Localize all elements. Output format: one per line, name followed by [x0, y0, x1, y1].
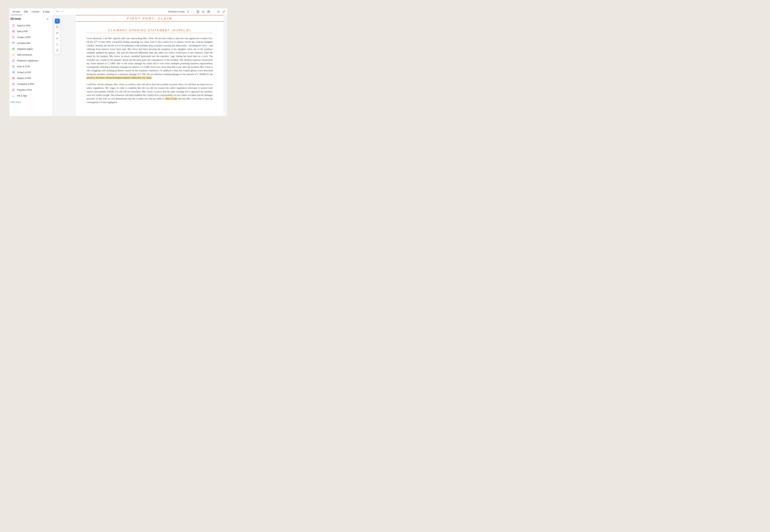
doc-paragraph-1: Good afternoon, I am Mrs. Spector and I …	[87, 36, 213, 79]
tool-icon	[12, 42, 15, 45]
divider	[53, 10, 54, 13]
menu-label: Convert	[32, 10, 39, 13]
find-label[interactable]: Find text or tools	[168, 10, 185, 13]
tool-icon	[12, 65, 15, 68]
link-icon	[222, 10, 225, 13]
top-toolbar: All tools Edit Convert E-Sign Find text …	[9, 8, 227, 15]
tool-label: Compress a PDF	[17, 83, 34, 85]
print-button[interactable]	[206, 10, 211, 14]
print-icon	[207, 10, 210, 13]
ai-button[interactable]	[216, 10, 221, 14]
quick-tools-bar[interactable]	[54, 16, 60, 54]
tool-icon	[12, 83, 15, 86]
drag-grip[interactable]	[56, 17, 59, 17]
view-more-link[interactable]: View more	[9, 99, 52, 105]
sidebar-title: All tools	[10, 17, 21, 20]
tool-icon	[12, 53, 15, 56]
tool-icon	[12, 47, 15, 50]
sign-tool[interactable]	[55, 48, 60, 53]
lasso-icon	[56, 37, 58, 40]
toolbar-left: All tools Edit Convert E-Sign	[11, 8, 64, 15]
svg-rect-8	[14, 42, 14, 43]
tool-combine-files[interactable]: Combine files	[9, 40, 52, 46]
tool-label: Edit a PDF	[17, 30, 28, 33]
tool-label: Create a PDF	[17, 36, 31, 38]
doc-heading-1: FIRST PART: CLAIM	[76, 16, 224, 21]
menu-all-tools[interactable]: All tools	[11, 8, 22, 15]
tool-scan-ocr[interactable]: Scan & OCR	[9, 64, 52, 69]
svg-rect-2	[208, 12, 209, 13]
share-link-button[interactable]	[222, 10, 226, 14]
tool-label: Scan & OCR	[17, 65, 30, 68]
svg-point-15	[56, 38, 58, 39]
tool-create-a-pdf[interactable]: Create a PDF	[9, 34, 52, 40]
tool-redact-a-pdf[interactable]: Redact a PDF	[9, 75, 52, 81]
tool-edit-a-pdf[interactable]: Edit a PDF	[9, 28, 52, 34]
doc-paragraph-2: I will first call the claimant, Mrs. Glo…	[87, 83, 213, 104]
highlight-tool[interactable]	[55, 30, 60, 35]
tool-icon	[12, 30, 15, 33]
select-tool[interactable]	[55, 19, 60, 24]
menu-edit[interactable]: Edit	[22, 8, 30, 15]
svg-rect-6	[14, 31, 14, 32]
tool-protect-a-pdf[interactable]: Protect a PDF	[9, 69, 52, 75]
signature-icon	[56, 49, 58, 52]
comment-tool[interactable]	[55, 24, 60, 29]
tool-organize-pages[interactable]: Organize pages	[9, 46, 52, 52]
menu-esign[interactable]: E-Sign	[41, 8, 52, 15]
p1-text-b: of June 2019, a beautiful Sunday morning…	[87, 40, 213, 75]
highlight-2: duty of care	[165, 97, 177, 100]
tool-list: Export a PDFEdit a PDFCreate a PDFCombin…	[9, 22, 52, 99]
tool-export-a-pdf[interactable]: Export a PDF	[9, 23, 52, 28]
svg-rect-1	[208, 11, 209, 11]
svg-rect-10	[14, 48, 14, 50]
close-icon	[46, 18, 49, 20]
tool-label: Request e-signatures	[17, 59, 38, 62]
svg-rect-9	[12, 48, 13, 50]
svg-point-0	[187, 11, 188, 12]
tool-add-comments[interactable]: Add comments	[9, 52, 52, 58]
tool-label: Organize pages	[17, 48, 33, 50]
main-area: All tools Export a PDFEdit a PDFCreate a…	[9, 15, 227, 116]
close-sidebar-button[interactable]	[46, 18, 50, 20]
tool-label: Prepare a form	[17, 89, 32, 91]
svg-rect-7	[12, 42, 13, 43]
save-button[interactable]	[196, 10, 200, 14]
menu-convert[interactable]: Convert	[30, 8, 41, 15]
app-frame: All tools Edit Convert E-Sign Find text …	[9, 8, 227, 116]
menu-label: Edit	[24, 10, 28, 13]
highlight-1: physical, monetary and psychological inj…	[87, 76, 152, 79]
all-tools-sidebar: All tools Export a PDFEdit a PDFCreate a…	[9, 15, 52, 116]
svg-rect-13	[13, 78, 14, 79]
redo-button[interactable]	[60, 10, 64, 14]
tool-request-e-signatures[interactable]: Request e-signatures	[9, 58, 52, 64]
upload-button[interactable]	[201, 10, 205, 14]
tool-fill-sign[interactable]: Fill & Sign	[9, 93, 52, 99]
search-button[interactable]	[186, 10, 190, 14]
cloud-upload-icon	[202, 10, 205, 13]
tool-compress-a-pdf[interactable]: Compress a PDF	[9, 81, 52, 87]
svg-rect-5	[12, 31, 14, 32]
tool-icon	[12, 59, 15, 62]
undo-button[interactable]	[55, 10, 60, 14]
doc-heading-2: CLAIMANT OPENING STATEMENT (AURELIE)	[87, 27, 213, 33]
tool-prepare-a-form[interactable]: Prepare a form	[9, 87, 52, 93]
sidebar-header: All tools	[9, 15, 52, 22]
search-icon	[187, 10, 189, 13]
divider	[213, 10, 214, 13]
undo-icon	[56, 10, 59, 13]
text-select-icon	[56, 43, 58, 46]
toolbar-right: Find text or tools	[168, 10, 226, 14]
tool-label: Protect a PDF	[17, 71, 31, 74]
svg-rect-11	[13, 72, 14, 73]
tool-label: Fill & Sign	[17, 95, 27, 97]
document-viewport[interactable]: FIRST PART: CLAIM CLAIMANT OPENING STATE…	[52, 15, 227, 116]
tool-icon	[12, 77, 15, 80]
comment-icon	[56, 26, 58, 28]
textbox-tool[interactable]	[55, 42, 60, 47]
tool-icon	[12, 71, 15, 74]
tool-icon	[12, 94, 15, 97]
h1-rule-bottom: FIRST PART: CLAIM	[76, 16, 224, 22]
pencil-icon	[56, 32, 58, 34]
draw-tool[interactable]	[55, 36, 60, 41]
